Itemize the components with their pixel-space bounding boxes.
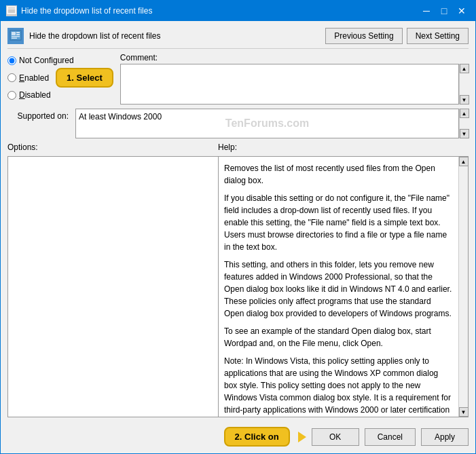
not-configured-label: Not Configured xyxy=(19,56,74,65)
help-scrollbar: ▲ ▼ xyxy=(458,157,468,417)
help-panel: Removes the list of most recently used f… xyxy=(219,157,458,417)
comment-textarea[interactable] xyxy=(120,64,459,105)
disabled-option[interactable]: Disabled xyxy=(7,90,113,100)
help-panel-wrapper: Removes the list of most recently used f… xyxy=(219,157,468,417)
previous-setting-button[interactable]: Previous Setting xyxy=(325,28,402,44)
enabled-label: Enabled xyxy=(19,73,49,83)
window-title: Hide the dropdown list of recent files xyxy=(21,6,418,16)
header-buttons: Previous Setting Next Setting xyxy=(325,28,469,44)
apply-button[interactable]: Apply xyxy=(421,428,469,446)
header-row: Hide the dropdown list of recent files P… xyxy=(7,28,469,49)
options-panel xyxy=(8,157,219,417)
policy-icon xyxy=(7,28,24,44)
svg-rect-0 xyxy=(7,7,16,14)
scroll-down-arrow[interactable]: ▼ xyxy=(460,95,469,105)
enabled-radio[interactable] xyxy=(7,73,16,82)
help-paragraph: Note: In Windows Vista, this policy sett… xyxy=(224,355,453,417)
svg-rect-6 xyxy=(12,36,20,37)
minimize-button[interactable]: ─ xyxy=(418,3,435,18)
supported-row: Supported on: At least Windows 2000 TenF… xyxy=(7,109,469,138)
arrow-right-icon xyxy=(298,432,306,442)
header-left: Hide the dropdown list of recent files xyxy=(7,28,160,44)
close-button[interactable]: ✕ xyxy=(454,3,470,18)
cancel-button[interactable]: Cancel xyxy=(365,428,416,446)
help-paragraph: This setting, and others in this folder,… xyxy=(224,259,453,320)
window-icon xyxy=(6,5,17,16)
svg-rect-3 xyxy=(12,32,16,35)
svg-rect-7 xyxy=(12,38,17,39)
enabled-option[interactable]: Enabled xyxy=(7,73,49,83)
comment-scrollbar: ▲ ▼ xyxy=(459,64,469,105)
help-scroll-up[interactable]: ▲ xyxy=(459,157,469,166)
help-paragraph: If you disable this setting or do not co… xyxy=(224,192,453,253)
main-window: Hide the dropdown list of recent files ─… xyxy=(0,0,476,454)
radio-group: Not Configured Enabled 1. Select Disable… xyxy=(7,53,113,105)
svg-rect-5 xyxy=(16,34,20,35)
supported-label: Supported on: xyxy=(7,109,69,121)
help-paragraph: Removes the list of most recently used f… xyxy=(224,162,453,187)
footer-row: 2. Click on OK Cancel Apply xyxy=(7,421,469,447)
header-title: Hide the dropdown list of recent files xyxy=(29,31,160,41)
disabled-radio[interactable] xyxy=(7,91,16,100)
click-on-badge: 2. Click on xyxy=(224,427,290,447)
options-label: Options: xyxy=(7,143,218,152)
supported-scroll-up[interactable]: ▲ xyxy=(460,109,469,118)
ok-button[interactable]: OK xyxy=(312,428,359,446)
section-labels-row: Options: Help: xyxy=(7,143,469,152)
supported-scrollbar: ▲ ▼ xyxy=(459,109,469,138)
title-bar: Hide the dropdown list of recent files ─… xyxy=(1,1,475,21)
comment-label: Comment: xyxy=(120,53,469,62)
watermark: TenForums.com xyxy=(225,117,309,130)
comment-area: Comment: ▲ ▼ xyxy=(120,53,469,105)
not-configured-option[interactable]: Not Configured xyxy=(7,56,113,65)
svg-rect-4 xyxy=(16,32,20,33)
supported-scroll-down[interactable]: ▼ xyxy=(460,129,469,138)
not-configured-radio[interactable] xyxy=(7,56,16,65)
window-controls: ─ □ ✕ xyxy=(418,3,470,18)
bottom-panels-wrapper: Removes the list of most recently used f… xyxy=(7,156,469,417)
next-setting-button[interactable]: Next Setting xyxy=(407,28,469,44)
supported-box: At least Windows 2000 TenForums.com xyxy=(75,109,459,138)
scroll-up-arrow[interactable]: ▲ xyxy=(460,64,469,73)
help-label: Help: xyxy=(218,143,237,152)
panels-container: Removes the list of most recently used f… xyxy=(7,156,469,417)
maximize-button[interactable]: □ xyxy=(436,3,452,18)
help-scroll-down[interactable]: ▼ xyxy=(459,407,469,417)
settings-comment-row: Not Configured Enabled 1. Select Disable… xyxy=(7,53,469,105)
help-paragraph: To see an example of the standard Open d… xyxy=(224,325,453,349)
supported-value: At least Windows 2000 xyxy=(79,112,162,121)
disabled-label: Disabled xyxy=(19,90,51,100)
content-area: Hide the dropdown list of recent files P… xyxy=(1,21,475,453)
select-badge: 1. Select xyxy=(56,68,113,88)
